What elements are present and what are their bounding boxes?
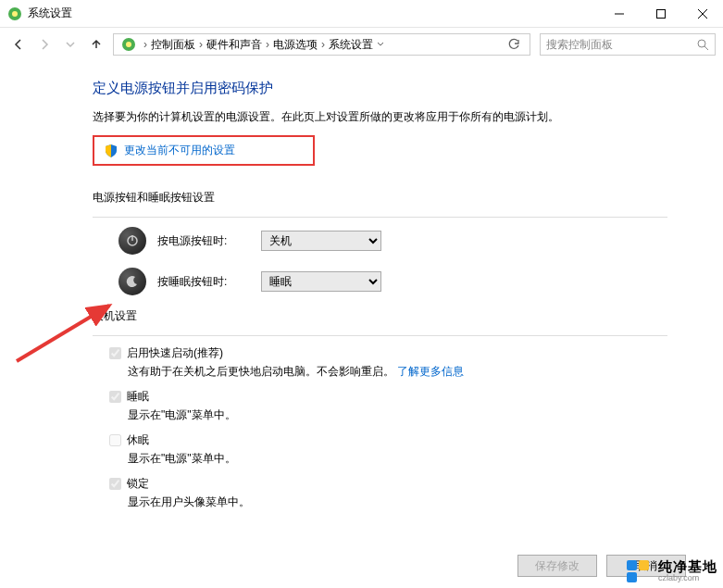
chevron-down-icon [66,40,75,49]
watermark-icon [625,558,651,584]
search-input[interactable]: 搜索控制面板 [540,33,716,56]
sleep-button-select[interactable]: 睡眠 [261,271,381,292]
svg-rect-15 [627,572,637,582]
shield-icon [104,144,118,158]
sleep-desc: 显示在"电源"菜单中。 [128,407,667,423]
sleep-checkbox[interactable] [109,391,121,403]
breadcrumb-item[interactable]: 硬件和声音 [206,37,262,53]
faststart-checkbox[interactable] [109,347,121,359]
window-title: 系统设置 [28,6,598,21]
breadcrumb-sep: › [199,38,203,51]
lock-row: 锁定 [109,476,667,492]
sleep-button-row: 按睡眠按钮时: 睡眠 [118,268,667,295]
minimize-button[interactable] [598,0,640,28]
lock-label: 锁定 [127,476,149,492]
divider [93,335,667,336]
up-button[interactable] [85,33,107,56]
svg-point-7 [126,42,131,47]
svg-rect-13 [627,560,637,570]
breadcrumb-sep: › [321,38,325,51]
svg-line-9 [704,46,708,50]
sleep-button-label: 按睡眠按钮时: [157,274,250,290]
admin-link-box: 更改当前不可用的设置 [93,135,315,166]
section-buttons-title: 电源按钮和睡眠按钮设置 [93,190,667,206]
breadcrumb-dropdown[interactable] [373,38,388,51]
watermark-text: 纯净基地 czlaby.com [658,559,717,583]
maximize-button[interactable] [640,0,681,28]
hibernate-checkbox[interactable] [109,434,121,446]
breadcrumb-item[interactable]: 电源选项 [273,37,318,53]
learn-more-link[interactable]: 了解更多信息 [397,365,464,378]
power-button-select[interactable]: 关机 [261,231,381,251]
page-subtext: 选择要为你的计算机设置的电源设置。在此页上对设置所做的更改将应用于你所有的电源计… [93,108,667,126]
faststart-desc: 这有助于在关机之后更快地启动电脑。不会影响重启。 了解更多信息 [128,363,667,380]
close-icon [698,9,707,19]
power-button-label: 按电源按钮时: [157,233,250,249]
sleep-icon [118,268,146,295]
sleep-label: 睡眠 [127,389,149,405]
navbar: › 控制面板 › 硬件和声音 › 电源选项 › 系统设置 搜索控制面板 [0,28,723,61]
minimize-icon [615,9,624,19]
back-arrow-icon [12,38,25,51]
breadcrumb-item[interactable]: 系统设置 [329,37,373,53]
svg-point-1 [12,11,18,17]
svg-rect-3 [656,9,665,18]
search-icon [697,39,709,51]
back-button[interactable] [7,33,30,56]
forward-button[interactable] [33,33,56,56]
faststart-row: 启用快速启动(推荐) [109,345,667,361]
content-area: 定义电源按钮并启用密码保护 选择要为你的计算机设置的电源设置。在此页上对设置所做… [0,61,723,510]
breadcrumb-item[interactable]: 控制面板 [151,37,195,53]
breadcrumb-sep: › [143,38,147,51]
faststart-label: 启用快速启动(推荐) [127,345,223,361]
window-buttons [598,0,723,28]
lock-checkbox[interactable] [109,478,121,490]
up-arrow-icon [90,38,103,51]
divider [93,217,667,218]
page-title: 定义电源按钮并启用密码保护 [93,80,667,97]
maximize-icon [656,9,666,19]
refresh-button[interactable] [502,38,526,51]
chevron-down-icon [377,41,384,48]
save-button[interactable]: 保存修改 [517,555,597,577]
search-placeholder: 搜索控制面板 [546,37,697,53]
hibernate-desc: 显示在"电源"菜单中。 [128,450,667,467]
history-dropdown[interactable] [59,33,81,56]
hibernate-label: 休眠 [127,432,149,448]
power-button-row: 按电源按钮时: 关机 [118,227,667,255]
app-icon [7,6,22,21]
control-panel-icon [121,37,136,52]
hibernate-row: 休眠 [109,432,667,448]
power-icon [118,227,146,255]
admin-link[interactable]: 更改当前不可用的设置 [124,143,235,158]
sleep-row: 睡眠 [109,389,667,405]
close-button[interactable] [681,0,723,28]
watermark: 纯净基地 czlaby.com [625,558,717,584]
svg-point-8 [698,40,705,47]
forward-arrow-icon [38,38,51,51]
breadcrumb-sep: › [266,38,269,51]
refresh-icon [507,38,520,51]
svg-rect-14 [639,560,649,570]
breadcrumb[interactable]: › 控制面板 › 硬件和声音 › 电源选项 › 系统设置 [113,33,530,56]
lock-desc: 显示在用户头像菜单中。 [128,494,667,510]
section-shutdown-title: 关机设置 [93,308,667,324]
titlebar: 系统设置 [0,0,723,28]
